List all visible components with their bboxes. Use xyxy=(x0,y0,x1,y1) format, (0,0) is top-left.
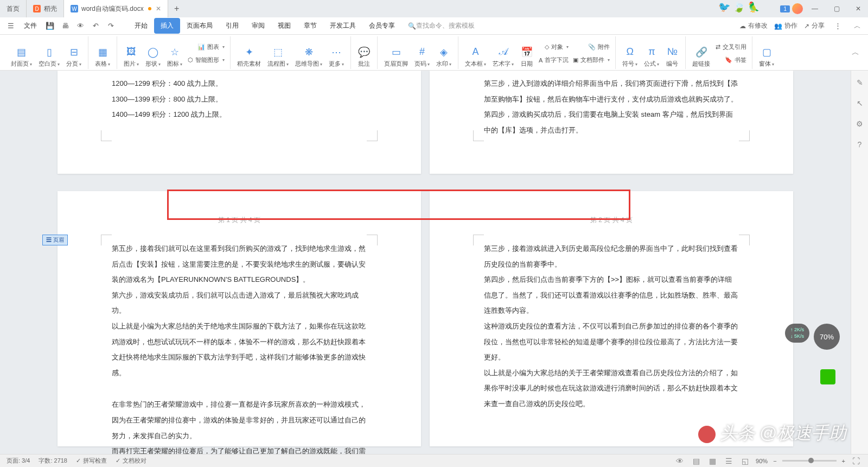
notification-badge[interactable]: 1 xyxy=(780,5,790,12)
form-button[interactable]: ▢窗体▾ xyxy=(756,39,777,69)
page-number-button[interactable]: #页码▾ xyxy=(411,39,433,69)
margin-corner xyxy=(739,130,750,141)
shape-button[interactable]: ◯形状▾ xyxy=(142,39,164,69)
menu-tab-chapter[interactable]: 章节 xyxy=(297,18,323,34)
picture-button[interactable]: 🖼图片▾ xyxy=(120,39,142,69)
chevron-up-icon[interactable]: ︿ xyxy=(851,20,864,33)
command-search[interactable]: 🔍 查找命令、搜索模板 xyxy=(408,21,475,30)
page-3-top[interactable]: 第 1 页 共 4 页 第五步，接着我们就可以在这里看到我们所购买的游戏了，找到… xyxy=(58,191,421,446)
menu-tab-start[interactable]: 开始 xyxy=(128,18,154,34)
tab-dock[interactable]: D稻壳 xyxy=(27,0,64,17)
flowchart-button[interactable]: ⬚流程图▾ xyxy=(264,39,292,69)
undo-icon[interactable]: ↶ xyxy=(89,20,102,33)
view-web-icon[interactable]: ▦ xyxy=(707,456,718,466)
page-header[interactable]: 第 2 页 共 4 页 xyxy=(430,191,793,225)
collaborate-button[interactable]: 👥 协作 xyxy=(774,21,797,30)
has-changes[interactable]: ☁ 有修改 xyxy=(739,21,768,30)
view-outline-icon[interactable]: ☰ xyxy=(723,456,734,466)
wechat-widget[interactable] xyxy=(820,369,835,384)
tab-document[interactable]: Wword自动编页码.docx✕ xyxy=(64,0,168,17)
zoom-out[interactable]: − xyxy=(773,458,776,464)
comment-button[interactable]: 💬批注 xyxy=(354,39,374,69)
cover-button[interactable]: ▤封面页▾ xyxy=(8,39,35,69)
hyperlink-button[interactable]: 🔗超链接 xyxy=(689,39,713,69)
watermark-button[interactable]: ◈水印▾ xyxy=(433,39,455,69)
equation-button[interactable]: π公式▾ xyxy=(641,39,662,69)
page-1-bottom[interactable]: 1200—1299 积分：400 战力上限。 1300—1399 积分：800 … xyxy=(58,71,421,174)
form-icon: ▢ xyxy=(760,46,773,59)
more-icon[interactable]: ⋮ xyxy=(831,20,844,33)
header-footer-button[interactable]: ▭页眉页脚 xyxy=(381,39,411,69)
icon-button[interactable]: ☆图标▾ xyxy=(164,39,186,69)
menu-tab-review[interactable]: 审阅 xyxy=(245,18,271,34)
tab-add[interactable]: + xyxy=(168,4,186,14)
network-speed-widget[interactable]: ↑ 2K/s↓ 5K/s xyxy=(785,324,809,343)
pencil-icon[interactable]: ✎ xyxy=(854,77,865,88)
share-button[interactable]: ↗ 分享 xyxy=(804,21,825,30)
save-icon[interactable]: 💾 xyxy=(43,20,56,33)
menu-tab-insert[interactable]: 插入 xyxy=(154,18,180,34)
chart-button[interactable]: 📊 图表▾ xyxy=(186,41,227,53)
bookmark-button[interactable]: 🔖 书签 xyxy=(713,54,749,66)
material-button[interactable]: ✦稻壳素材 xyxy=(234,39,264,69)
settings-icon[interactable]: ⚙ xyxy=(854,118,865,129)
proofread[interactable]: ✓ 文档校对 xyxy=(116,457,146,465)
menu-tabs: 开始 插入 页面布局 引用 审阅 视图 章节 开发工具 会员专享 xyxy=(128,18,401,34)
attachment-button[interactable]: 📎 附件 xyxy=(571,41,612,53)
page-4-top[interactable]: 第 2 页 共 4 页 第三步，接着游戏就进入到历史最高段位纪念册的界面当中了，… xyxy=(430,191,793,446)
fullscreen-icon[interactable]: ⛶ xyxy=(851,456,861,466)
preview-icon[interactable]: 👁 xyxy=(74,20,87,33)
mindmap-button[interactable]: ❋思维导图▾ xyxy=(292,39,326,69)
print-icon[interactable]: 🖶 xyxy=(59,20,72,33)
menu-tab-layout[interactable]: 页面布局 xyxy=(180,18,219,34)
view-focus-icon[interactable]: ◱ xyxy=(739,456,750,466)
page-2-bottom[interactable]: 第三步，进入到游戏的详细介绍界面当中后，我们将页面进行下滑，然后找到【添加至购物… xyxy=(430,71,793,174)
tab-home[interactable]: 首页 xyxy=(0,0,27,17)
header-label-tag[interactable]: ☰ 页眉 xyxy=(42,235,68,245)
table-button[interactable]: ▦表格▾ xyxy=(92,39,113,69)
crossref-button[interactable]: ⇄ 交叉引用 xyxy=(713,41,749,53)
text-line: 以上就是小编为大家总结的关于王者荣耀游戏查看自己历史段位方法的介绍了，如果你平时… xyxy=(484,365,739,412)
zoom-label[interactable]: 90% xyxy=(756,458,768,464)
menu-tab-reference[interactable]: 引用 xyxy=(219,18,245,34)
view-read-icon[interactable]: 👁 xyxy=(674,456,685,466)
zoom-in[interactable]: + xyxy=(842,458,845,464)
text-line: 第五步，接着我们就可以在这里看到我们所购买的游戏了，找到绝地求生游戏，然后点击【… xyxy=(112,241,367,288)
text-line: 第三步，接着游戏就进入到历史最高段位纪念册的界面当中了，此时我们找到查看历史段位… xyxy=(484,241,739,272)
maximize-button[interactable]: ▢ xyxy=(827,0,846,17)
close-icon[interactable]: ✕ xyxy=(156,5,161,12)
page-header[interactable]: 第 1 页 共 4 页 xyxy=(58,191,421,225)
menu-tab-member[interactable]: 会员专享 xyxy=(362,18,401,34)
date-button[interactable]: 📅日期 xyxy=(517,39,537,69)
object-button[interactable]: ◇ 对象▾ xyxy=(537,41,571,53)
zoom-slider[interactable] xyxy=(782,460,837,462)
wordart-button[interactable]: 𝒜艺术字▾ xyxy=(489,39,517,69)
help-icon[interactable]: ? xyxy=(854,139,865,150)
dropcap-button[interactable]: A 首字下沉 xyxy=(537,54,571,66)
docparts-button[interactable]: ▣ 文档部件▾ xyxy=(571,54,612,66)
numbering-button[interactable]: №编号 xyxy=(662,39,682,69)
status-bar: 页面: 3/4 字数: 2718 ✓ 拼写检查 ✓ 文档校对 👁 ▤ ▦ ☰ ◱… xyxy=(0,454,868,467)
cursor-icon[interactable]: ↖ xyxy=(854,98,865,109)
menu-tab-dev[interactable]: 开发工具 xyxy=(323,18,362,34)
symbol-button[interactable]: Ω符号▾ xyxy=(619,39,641,69)
close-button[interactable]: ✕ xyxy=(848,0,868,17)
view-print-icon[interactable]: ▤ xyxy=(691,456,701,466)
textbox-button[interactable]: A文本框▾ xyxy=(462,39,489,69)
ribbon-collapse-icon[interactable]: ︿ xyxy=(847,48,864,58)
progress-widget[interactable]: 70% xyxy=(814,324,840,350)
hamburger-icon[interactable]: ☰ xyxy=(4,20,17,33)
word-count[interactable]: 字数: 2718 xyxy=(39,457,67,465)
page-break-button[interactable]: ⊟分页▾ xyxy=(63,39,85,69)
spell-check[interactable]: ✓ 拼写检查 xyxy=(76,457,107,465)
blank-page-button[interactable]: ▯空白页▾ xyxy=(35,39,63,69)
page-status[interactable]: 页面: 3/4 xyxy=(7,457,30,465)
text-line: 这种游戏历史段位的查看方法，不仅可以看到自己所参加过的排位赛的各个赛季的段位，当… xyxy=(484,319,739,365)
redo-icon[interactable]: ↷ xyxy=(104,20,117,33)
minimize-button[interactable]: — xyxy=(805,0,825,17)
file-menu[interactable]: 文件 xyxy=(20,21,41,30)
menu-tab-view[interactable]: 视图 xyxy=(271,18,297,34)
avatar[interactable] xyxy=(792,3,803,14)
smartart-button[interactable]: ⬡ 智能图形▾ xyxy=(186,54,227,66)
more-button[interactable]: ⋯更多▾ xyxy=(326,39,347,69)
